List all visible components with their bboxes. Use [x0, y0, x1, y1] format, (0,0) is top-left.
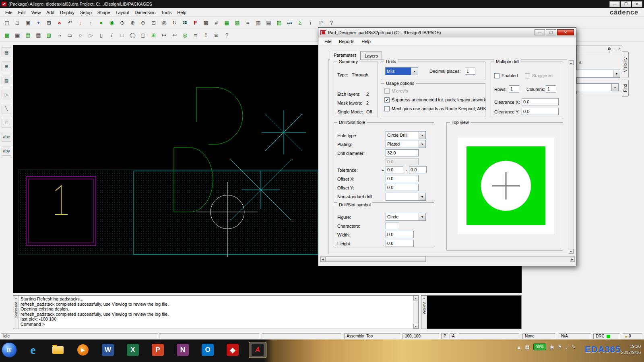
scroll-up-icon[interactable]: ▲ [413, 296, 418, 300]
rect-draw-icon[interactable]: □ [2, 118, 11, 128]
taskbar-powerpoint[interactable]: P [149, 342, 167, 358]
symbol-icon[interactable]: ▧ [44, 31, 54, 40]
pin-tack-icon[interactable]: ◉ [107, 18, 116, 27]
scroll-up-icon[interactable]: ▲ [569, 60, 574, 65]
filter-icon[interactable]: Σ [295, 18, 305, 27]
tray-pen-icon[interactable]: ✎ [572, 344, 576, 350]
mail-icon[interactable]: ✉ [212, 31, 221, 40]
xsection-icon[interactable]: ≡ [243, 18, 252, 27]
new-doc-icon[interactable]: ▢ [2, 18, 12, 27]
rect-tool-icon[interactable]: ▭ [65, 31, 74, 40]
corner-icon[interactable]: ¬ [55, 31, 64, 40]
status-drc[interactable]: DRC [593, 333, 620, 339]
worldview-canvas[interactable] [427, 296, 521, 329]
shape-edit-icon[interactable]: ▦ [34, 31, 43, 40]
stackup-icon[interactable]: ≡ [191, 31, 200, 40]
pad-edit-icon[interactable]: ▣ [13, 31, 22, 40]
staggered-checkbox[interactable]: Staggered [525, 73, 553, 78]
taskbar-ie[interactable]: e [24, 342, 42, 358]
suppress-unconnected-checkbox[interactable]: ✓ Suppress unconnected int. pads; legacy… [384, 97, 486, 103]
tab-layers[interactable]: Layers [361, 51, 382, 60]
menu-item[interactable]: Display [57, 9, 77, 16]
symbol-height-input[interactable]: 0.0 [386, 240, 414, 247]
columns-input[interactable]: 1 [546, 85, 556, 93]
line-tool-icon[interactable]: ╲ [2, 104, 11, 113]
text-abc-icon[interactable]: abc [2, 132, 11, 142]
dialog-close-button[interactable]: ✕ [557, 29, 574, 35]
pointer-icon[interactable]: ▷ [86, 31, 95, 40]
color-stack-icon[interactable]: ▤ [2, 47, 11, 57]
menu-item[interactable]: Add [43, 9, 57, 16]
export-icon[interactable]: ↥ [201, 31, 211, 40]
zoom-fit-icon[interactable]: ⊡ [149, 18, 158, 27]
label-tune-icon[interactable]: 123 [285, 18, 294, 27]
tolerance-minus-input[interactable]: 0.0 [409, 166, 427, 173]
menu-item[interactable]: View [29, 9, 44, 16]
console-scrollbar[interactable]: ▲ ▼ [413, 296, 418, 329]
scroll-thumb[interactable] [325, 257, 426, 262]
scroll-left-icon[interactable]: ◀ [320, 257, 325, 262]
offset-y-input[interactable]: 0.0 [386, 184, 419, 191]
tray-globe-icon[interactable]: ◉ [550, 344, 554, 350]
tray-clock[interactable]: 19:20 2017/9/16 [621, 343, 641, 356]
panel-minimize-icon[interactable]: — [613, 47, 616, 51]
rats-all-icon[interactable]: ↓ [76, 18, 85, 27]
redraw-icon[interactable]: ↻ [170, 18, 179, 27]
tab-parameters[interactable]: Parameters [330, 51, 361, 60]
tab-visibility[interactable]: Visibility [622, 51, 629, 78]
highlight-icon[interactable]: ▧ [275, 18, 284, 27]
info-icon[interactable]: i [306, 18, 315, 27]
menu-item[interactable]: Setup [77, 9, 95, 16]
plating-dropdown[interactable]: Plated ▼ [386, 140, 426, 148]
worldview-close-icon[interactable]: × [423, 296, 425, 300]
sheet-icon[interactable]: ▯ [97, 31, 106, 40]
tab-find[interactable]: Find [622, 80, 629, 97]
characters-input[interactable] [386, 222, 399, 229]
taskbar-outlook[interactable]: O [199, 342, 217, 358]
taskbar-excel[interactable]: X [124, 342, 142, 358]
text-aby-icon[interactable]: aby [2, 146, 11, 156]
tray-volume-icon[interactable]: ♪ [566, 344, 568, 350]
enabled-checkbox[interactable]: Enabled [494, 73, 518, 78]
menu-item[interactable]: Shape [95, 9, 113, 16]
status-p-toggle[interactable]: P [441, 333, 448, 339]
pin-left-icon[interactable]: ↦ [159, 31, 169, 40]
open-icon[interactable]: ⊐ [13, 18, 22, 27]
slant-line-icon[interactable]: / [107, 31, 116, 40]
copy-sub-icon[interactable]: ⊞ [2, 62, 11, 71]
hatch-icon[interactable]: ▨ [2, 76, 11, 85]
mech-pins-checkbox[interactable]: Mech pins use antipads as Route Keepout;… [384, 106, 486, 111]
offset-x-input[interactable]: 0.0 [386, 175, 419, 182]
battery-indicator[interactable]: 96% [533, 343, 546, 350]
microvia-checkbox[interactable]: Microvia [384, 88, 408, 94]
non-standard-drill-dropdown[interactable]: ▼ [386, 193, 426, 201]
grid-toggle-icon[interactable]: ▦ [222, 18, 231, 27]
units-dropdown[interactable]: Mils ▼ [385, 67, 418, 75]
shadow-mode-icon[interactable]: ▩ [201, 18, 211, 27]
menu-item[interactable]: Layout [113, 9, 132, 16]
flip-design-icon[interactable]: F [191, 18, 200, 27]
start-button[interactable]: ⊞ [2, 342, 17, 358]
dialog-titlebar[interactable]: Pad_Designer: pad48s32pth.pad (C:.../Des… [318, 28, 576, 37]
scroll-down-icon[interactable]: ▼ [413, 324, 418, 329]
visibility-icon[interactable]: ▤ [264, 18, 273, 27]
zoom-world-icon[interactable]: ◎ [159, 18, 169, 27]
pin-icon[interactable] [608, 47, 611, 50]
maximize-button[interactable]: ❐ [621, 1, 631, 7]
move-icon[interactable]: + [34, 18, 43, 27]
console-lines[interactable]: Starting Refreshing padstacks...refresh_… [19, 296, 413, 329]
dialog-menu-item[interactable]: Reports [336, 38, 357, 45]
symbol-width-input[interactable]: 0.0 [386, 231, 414, 238]
status-a-toggle[interactable]: A [450, 333, 457, 339]
menu-item[interactable]: File [2, 9, 15, 16]
minimize-button[interactable]: — [609, 1, 620, 7]
glue-icon[interactable]: ● [97, 18, 106, 27]
clearance-y-input[interactable]: 0.0 [522, 108, 559, 115]
tray-flag-icon[interactable]: ⚑ [557, 344, 562, 350]
menu-item[interactable]: Help [174, 9, 189, 16]
scroll-right-icon[interactable]: ▶ [570, 257, 575, 262]
donut-icon[interactable]: ◯ [128, 31, 137, 40]
menu-item[interactable]: Edit [15, 9, 29, 16]
taskbar-media-player[interactable]: ▶ [74, 342, 92, 358]
tolerance-plus-input[interactable]: 0.0 [386, 166, 403, 173]
